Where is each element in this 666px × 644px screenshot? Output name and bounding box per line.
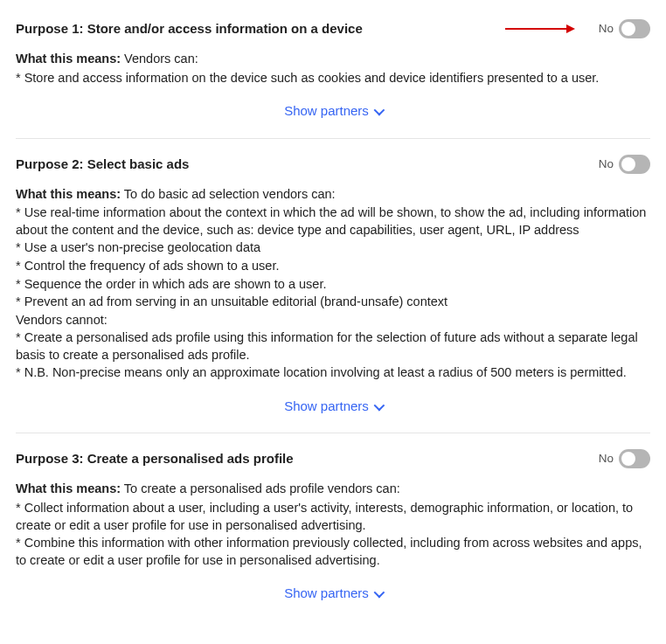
- show-partners-row: Show partners: [16, 585, 650, 603]
- description-line: * N.B. Non-precise means only an approxi…: [16, 364, 650, 382]
- purpose-block: Purpose 3: Create a personalised ads pro…: [16, 449, 650, 620]
- means-intro: Vendors can:: [121, 52, 198, 66]
- toggle-area: No: [599, 449, 650, 468]
- purpose-title: Purpose 3: Create a personalised ads pro…: [16, 450, 294, 467]
- description-line: * Use real-time information about the co…: [16, 204, 650, 239]
- description-line: * Use a user's non-precise geolocation d…: [16, 239, 650, 257]
- purpose-block: Purpose 1: Store and/or access informati…: [16, 19, 650, 139]
- toggle-state-label: No: [599, 21, 614, 37]
- toggle-knob: [621, 22, 635, 36]
- purpose-title: Purpose 1: Store and/or access informati…: [16, 20, 363, 38]
- means-label: What this means:: [16, 187, 121, 201]
- toggle-switch[interactable]: [619, 19, 650, 38]
- means-label: What this means:: [16, 52, 121, 66]
- purpose-header: Purpose 3: Create a personalised ads pro…: [16, 449, 650, 468]
- show-partners-link[interactable]: Show partners: [284, 398, 382, 415]
- toggle-knob: [621, 452, 635, 466]
- show-partners-label: Show partners: [284, 585, 369, 602]
- toggle-switch[interactable]: [619, 155, 650, 174]
- show-partners-label: Show partners: [284, 398, 369, 415]
- means-line: What this means: To do basic ad selectio…: [16, 186, 650, 204]
- description-line: Vendors cannot:: [16, 312, 650, 329]
- purpose-header: Purpose 2: Select basic adsNo: [16, 155, 650, 174]
- chevron-down-icon: [373, 104, 385, 115]
- toggle-state-label: No: [599, 451, 614, 467]
- chevron-down-icon: [373, 399, 385, 411]
- means-line: What this means: Vendors can:: [16, 51, 650, 68]
- purpose-header: Purpose 1: Store and/or access informati…: [16, 19, 650, 38]
- description-line: * Prevent an ad from serving in an unsui…: [16, 294, 650, 311]
- show-partners-link[interactable]: Show partners: [284, 585, 382, 602]
- purpose-title: Purpose 2: Select basic ads: [16, 156, 189, 173]
- description-line: * Collect information about a user, incl…: [16, 500, 650, 534]
- description-line: * Sequence the order in which ads are sh…: [16, 276, 650, 294]
- show-partners-row: Show partners: [16, 102, 650, 121]
- show-partners-link[interactable]: Show partners: [284, 102, 382, 120]
- description-line: * Create a personalised ads profile usin…: [16, 329, 650, 364]
- description-line: * Control the frequency of ads shown to …: [16, 258, 650, 275]
- description-line: * Store and access information on the de…: [16, 70, 650, 87]
- show-partners-label: Show partners: [284, 102, 369, 120]
- means-line: What this means: To create a personalise…: [16, 481, 650, 498]
- toggle-area: No: [599, 19, 650, 38]
- toggle-area: No: [599, 155, 650, 174]
- purpose-block: Purpose 2: Select basic adsNoWhat this m…: [16, 155, 650, 434]
- means-label: What this means:: [16, 481, 121, 495]
- toggle-state-label: No: [599, 156, 614, 172]
- toggle-switch[interactable]: [619, 449, 650, 468]
- means-intro: To do basic ad selection vendors can:: [121, 187, 336, 201]
- chevron-down-icon: [373, 587, 385, 599]
- show-partners-row: Show partners: [16, 398, 650, 416]
- description-line: * Combine this information with other in…: [16, 535, 650, 569]
- toggle-knob: [621, 157, 635, 171]
- means-intro: To create a personalised ads profile ven…: [121, 481, 400, 495]
